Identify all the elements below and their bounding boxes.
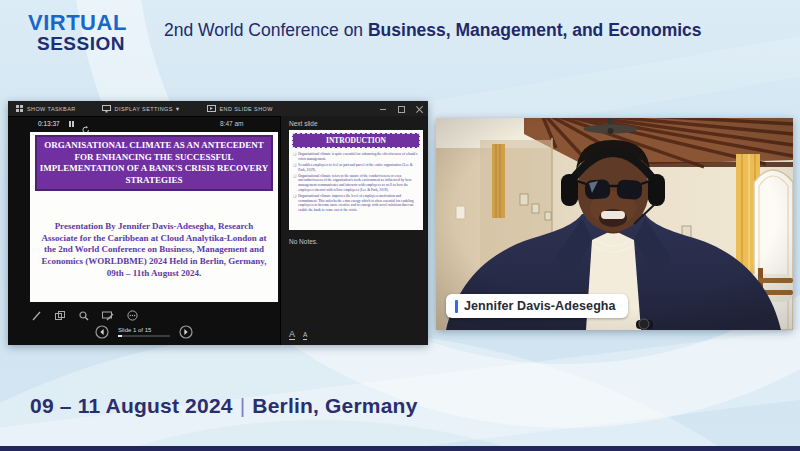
bullet-text: Organisational climate improves the leve… — [298, 194, 419, 213]
next-slide-preview: INTRODUCTION ❑Organisational climate is … — [289, 130, 423, 230]
conference-title-prefix: 2nd World Conference on — [164, 20, 368, 40]
bullet-text: It enables employees to feel as part and… — [298, 163, 419, 172]
pen-tool-button[interactable] — [32, 307, 42, 325]
minimize-icon[interactable] — [379, 105, 387, 113]
presenter-name: Jennifer Davis-Adesegha — [464, 299, 616, 313]
next-slide-panel: Next slide INTRODUCTION ❑Organisational … — [280, 116, 428, 345]
notes-font-controls: A A — [289, 330, 307, 340]
bullet-marker: ❑ — [293, 194, 296, 213]
slide-progress-bar — [118, 335, 170, 337]
black-screen-button[interactable] — [102, 307, 114, 325]
display-settings-button[interactable]: DISPLAY SETTINGS ▼ — [102, 105, 181, 113]
thumbnails-icon — [55, 311, 66, 321]
conference-title: 2nd World Conference on Business, Manage… — [164, 20, 702, 41]
bullet-item: ❑Organisational climate improves the lev… — [293, 194, 419, 213]
end-slide-show-label: END SLIDE SHOW — [220, 106, 273, 112]
see-all-slides-button[interactable] — [55, 307, 66, 325]
screen-icon — [102, 311, 114, 321]
webcam-video: Jennifer Davis-Adesegha — [436, 118, 793, 330]
bullet-marker: ❑ — [293, 152, 296, 161]
slide-body-text: Presentation By Jennifer Davis-Adesegha,… — [30, 221, 278, 279]
event-dates-location: 09 – 11 August 2024|Berlin, Germany — [30, 394, 418, 418]
conference-title-emphasis: Business, Management, and Economics — [368, 20, 702, 40]
logo-line-2: SESSION — [37, 34, 127, 53]
more-options-button[interactable] — [127, 307, 138, 325]
slide-counter-block: Slide 1 of 15 — [118, 327, 170, 337]
next-slide-label: Next slide — [289, 120, 318, 127]
restore-icon[interactable] — [397, 105, 405, 113]
bullet-item: ❑Organisational climate is quite essenti… — [293, 152, 419, 161]
show-taskbar-button[interactable]: SHOW TASKBAR — [16, 105, 76, 112]
page: VIRTUAL SESSION 2nd World Conference on … — [0, 0, 800, 451]
pen-icon — [32, 311, 42, 321]
bullet-text: Organisational climate is quite essentia… — [298, 152, 419, 161]
previous-slide-button[interactable] — [95, 325, 109, 339]
slideshow-icon — [207, 105, 216, 113]
presenter-view-window: SHOW TASKBAR DISPLAY SETTINGS ▼ END SLID… — [8, 101, 428, 345]
bullet-item: ❑It enables employees to feel as part an… — [293, 163, 419, 172]
bullet-marker: ❑ — [293, 163, 296, 172]
slide-title: ORGANISATIONAL CLIMATE AS AN ANTECEDENT … — [35, 135, 273, 191]
name-tag: Jennifer Davis-Adesegha — [446, 294, 628, 318]
next-slide-title: INTRODUCTION — [292, 133, 420, 148]
taskbar-icon — [16, 105, 23, 112]
show-taskbar-label: SHOW TASKBAR — [27, 106, 76, 112]
ellipsis-icon — [127, 310, 138, 321]
pause-timer-button[interactable] — [69, 121, 76, 128]
annotation-tools — [32, 307, 138, 325]
event-logo: VIRTUAL SESSION — [28, 12, 127, 54]
display-icon — [102, 105, 111, 113]
name-tag-accent-bar — [455, 300, 458, 313]
bullet-text: Organisational climate refers to the nat… — [298, 174, 419, 193]
event-dates: 09 – 11 August 2024 — [30, 394, 233, 417]
bottom-bar — [0, 446, 800, 451]
current-slide[interactable]: ORGANISATIONAL CLIMATE AS AN ANTECEDENT … — [30, 132, 278, 302]
magnifier-icon — [79, 311, 89, 321]
notes-area: No Notes. — [289, 238, 318, 245]
footer-separator: | — [233, 394, 253, 417]
presenter-toolbar: SHOW TASKBAR DISPLAY SETTINGS ▼ END SLID… — [8, 101, 428, 117]
display-settings-label: DISPLAY SETTINGS ▼ — [115, 106, 181, 112]
logo-line-1: VIRTUAL — [28, 12, 127, 34]
next-slide-button[interactable] — [179, 325, 193, 339]
bullet-item: ❑Organisational climate refers to the na… — [293, 174, 419, 193]
clock-time: 8:47 am — [220, 120, 244, 127]
close-icon[interactable] — [415, 105, 423, 113]
bullet-marker: ❑ — [293, 174, 296, 193]
zoom-slide-button[interactable] — [79, 307, 89, 325]
elapsed-timer: 0:13:37 — [38, 120, 60, 127]
increase-font-button[interactable]: A — [289, 330, 295, 340]
slide-navigation: Slide 1 of 15 — [8, 325, 280, 339]
event-location: Berlin, Germany — [252, 394, 417, 417]
decrease-font-button[interactable]: A — [303, 332, 307, 340]
window-controls — [379, 101, 423, 116]
background-arc — [0, 330, 800, 451]
slide-counter: Slide 1 of 15 — [118, 327, 151, 333]
end-slide-show-button[interactable]: END SLIDE SHOW — [207, 105, 273, 113]
next-slide-bullets: ❑Organisational climate is quite essenti… — [289, 151, 423, 215]
